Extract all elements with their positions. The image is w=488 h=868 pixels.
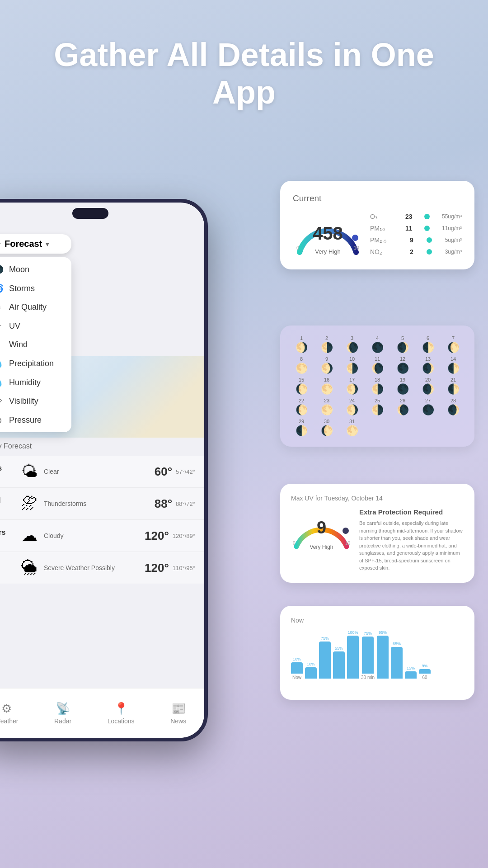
aq-dot-pm10	[424, 226, 430, 231]
moon-num-3: 3	[351, 335, 353, 341]
bottom-nav: ⚙ Weather 📡 Radar 📍 Locations 📰 News	[0, 688, 204, 738]
dropdown-item-storms[interactable]: 🌀 Storms	[0, 279, 71, 298]
wind-icon: ≈	[0, 341, 3, 349]
dropdown-item-airquality[interactable]: ≋ Air Quality	[0, 298, 71, 316]
moon-cell-27: 27🌑	[417, 398, 439, 416]
aq-main-content: 458 Very High 0 10 O₃ 23 55ug/m³ PM₁₀ 11…	[293, 212, 462, 257]
nav-item-radar[interactable]: 📡 Radar	[54, 702, 71, 725]
moon-cell-28: 28🌒	[442, 398, 465, 416]
locations-nav-icon: 📍	[114, 702, 128, 716]
aq-gauge-min: 0	[296, 245, 299, 250]
uv-gauge-number: 9	[317, 518, 326, 538]
moon-icon-18: 🌗	[371, 383, 384, 395]
dropdown-label-airquality: Air Quality	[9, 302, 47, 312]
forecast-dropdown: ☀ Forecast ▾ 🌑 Moon 🌀 Storms ≋ Air Quali…	[0, 234, 71, 432]
moon-cell-8: 8🌕	[290, 356, 313, 374]
nav-item-news[interactable]: 📰 News	[170, 702, 186, 725]
moon-num-18: 18	[375, 377, 380, 382]
moon-cell-17: 17🌖	[341, 377, 363, 395]
storms-icon: 🌀	[0, 283, 3, 293]
moon-icon-10: 🌗	[346, 363, 358, 374]
aq-card-title: Current	[293, 193, 462, 203]
moon-num-20: 20	[425, 377, 431, 382]
moon-cell-4: 4🌑	[366, 335, 389, 354]
moon-num-9: 9	[325, 356, 328, 362]
moon-num-27: 27	[425, 398, 431, 403]
moon-num-29: 29	[299, 419, 304, 424]
aq-val-o3: 23	[400, 213, 413, 220]
precipitation-card: Now 10% Now 10% 75% 55% 100% 75%	[280, 606, 474, 700]
aq-gauge-label: Very High	[315, 248, 340, 255]
day-name-tue: Tues 9/15	[0, 464, 15, 479]
moon-num-2: 2	[325, 335, 328, 341]
moon-icon-14: 🌓	[447, 363, 460, 374]
dropdown-item-wind[interactable]: ≈ Wind	[0, 335, 71, 354]
range-tue: 57°/42°	[176, 468, 195, 475]
moon-cell-30: 30🌔	[315, 419, 338, 437]
day-name-thu: Thurs 9/17	[0, 528, 15, 543]
moon-num-1: 1	[300, 335, 303, 341]
dropdown-item-uv[interactable]: ✦ UV	[0, 316, 71, 335]
moon-cell-15: 15🌔	[290, 377, 313, 395]
nav-item-locations[interactable]: 📍 Locations	[108, 702, 135, 725]
moon-grid: 1🌖 2🌗 3🌘 4🌑 5🌒 6🌓 7🌔 8🌕 9🌖 10🌗 11🌘 12🌑 1…	[290, 335, 465, 437]
aq-row-no2: NO₂ 2 3ug/m³	[370, 248, 462, 255]
moon-num-14: 14	[450, 356, 456, 362]
precip-bar-now: 10% Now	[291, 630, 303, 680]
moon-icon-21: 🌓	[447, 383, 460, 395]
temp-tue: 60°	[155, 465, 172, 479]
temp-fri: 120°	[145, 561, 169, 575]
precip-bar-9: 15%	[405, 630, 417, 680]
moon-cell-13: 13🌒	[417, 356, 439, 374]
dropdown-item-pressure[interactable]: ◎ Pressure	[0, 410, 71, 429]
dropdown-label-wind: Wind	[9, 340, 28, 349]
uv-card: Max UV for Tuesday, October 14 9 Very Hi…	[280, 484, 474, 583]
dropdown-item-moon[interactable]: 🌑 Moon	[0, 260, 71, 279]
moon-icon-22: 🌔	[296, 404, 308, 416]
airquality-icon: ≋	[0, 304, 3, 311]
uv-card-title: Max UV for Tuesday, October 14	[291, 495, 464, 502]
aq-name-o3: O₃	[370, 213, 390, 220]
dropdown-item-humidity[interactable]: 💧 Humidity	[0, 373, 71, 392]
precip-bar-30min: 75% 30 min	[361, 630, 375, 680]
moon-cell-29: 29🌓	[290, 419, 313, 437]
forecast-button[interactable]: ☀ Forecast ▾	[0, 234, 71, 254]
moon-num-21: 21	[450, 377, 456, 382]
uv-icon: ✦	[0, 321, 3, 331]
moon-icon-1: 🌖	[296, 342, 308, 354]
moon-icon-8: 🌕	[296, 363, 308, 374]
radar-nav-label: Radar	[54, 717, 71, 725]
dropdown-item-visibility[interactable]: 👁 Visibility	[0, 392, 71, 410]
moon-cell-18: 18🌗	[366, 377, 389, 395]
moon-icon-25: 🌗	[371, 404, 384, 416]
moon-icon-2: 🌗	[321, 342, 333, 354]
condition-clear: Clear	[44, 468, 155, 475]
moon-cell-7: 7🌔	[442, 335, 465, 354]
moon-icon-11: 🌘	[371, 363, 384, 374]
moon-icon-26: 🌘	[397, 404, 409, 416]
news-nav-label: News	[170, 717, 186, 725]
moon-cell-22: 22🌔	[290, 398, 313, 416]
moon-cell-20: 20🌒	[417, 377, 439, 395]
dropdown-item-precipitation[interactable]: 💧 Precipitation	[0, 354, 71, 373]
condition-cloudy: Cloudy	[44, 532, 145, 539]
precip-bar-2: 10%	[305, 630, 317, 680]
nav-item-weather[interactable]: ⚙ Weather	[0, 702, 18, 725]
radar-nav-icon: 📡	[56, 702, 70, 716]
moon-num-16: 16	[324, 377, 329, 382]
moon-num-26: 26	[400, 398, 405, 403]
aq-gauge-number: 458	[313, 223, 343, 244]
aq-gauge-container: 458 Very High 0 10	[293, 212, 363, 257]
aq-details: O₃ 23 55ug/m³ PM₁₀ 11 11ug/m³ PM₂.₅ 9 5u…	[370, 213, 462, 255]
daily-forecast-label: Daily Forecast	[0, 442, 32, 450]
aq-row-pm25: PM₂.₅ 9 5ug/m³	[370, 236, 462, 244]
precip-bar-3: 75%	[319, 630, 331, 680]
daily-forecast-list: Tues 9/15 🌤 Clear 60° 57°/42° Wed 9/16 ⛈…	[0, 456, 204, 584]
dropdown-label-storms: Storms	[9, 284, 35, 293]
temp-wed: 88°	[155, 497, 172, 511]
precipitation-icon: 💧	[0, 359, 3, 368]
moon-num-25: 25	[375, 398, 380, 403]
svg-point-0	[352, 235, 358, 241]
dropdown-label-humidity: Humidity	[9, 378, 41, 387]
precip-bar-8: 65%	[391, 630, 403, 680]
